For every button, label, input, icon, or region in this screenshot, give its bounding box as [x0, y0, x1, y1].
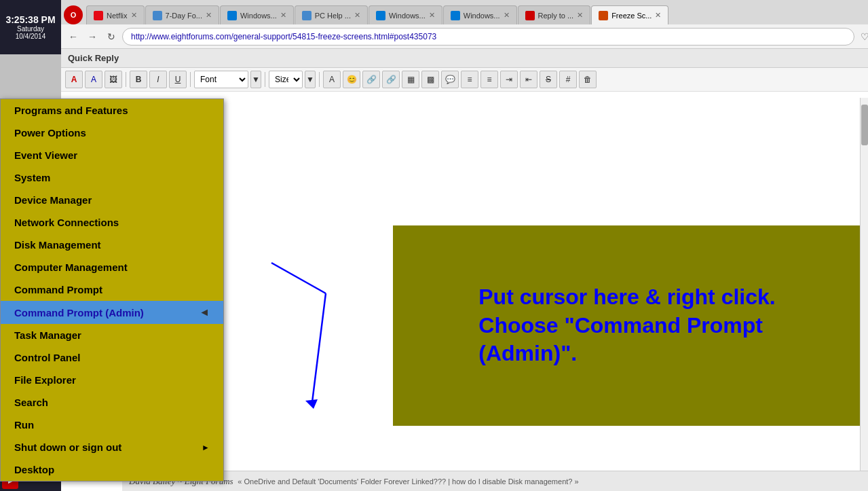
menu-item-task-label: Task Manager — [14, 329, 81, 341]
opera-logo[interactable]: O — [64, 5, 83, 24]
tab-windows2[interactable]: Windows... ✕ — [369, 5, 442, 24]
tab-pchelp[interactable]: PC Help ... ✕ — [295, 5, 368, 24]
pchelp-favicon — [302, 11, 312, 20]
menu-item-computer[interactable]: Computer Management — [1, 256, 223, 278]
menu-item-shutdown[interactable]: Shut down or sign out ► — [1, 436, 223, 458]
refresh-button[interactable]: ↻ — [103, 29, 119, 45]
size-select[interactable]: Size — [269, 71, 303, 88]
reply-favicon — [525, 11, 535, 20]
toolbar-underline[interactable]: U — [169, 71, 187, 88]
menu-item-system-label: System — [14, 172, 50, 183]
tab-windows1[interactable]: Windows... ✕ — [220, 5, 294, 24]
clock-time: 3:25:38 PM — [5, 14, 55, 25]
menu-item-run[interactable]: Run — [1, 414, 223, 436]
tab-pchelp-close[interactable]: ✕ — [354, 11, 360, 20]
toolbar-list-ol[interactable]: ≡ — [480, 71, 498, 88]
clock-day: Saturday — [17, 25, 44, 33]
menu-item-disk[interactable]: Disk Management — [1, 234, 223, 256]
toolbar-bold[interactable]: B — [130, 71, 147, 88]
tab-windows1-label: Windows... — [240, 12, 277, 20]
tab-netflix-close[interactable]: ✕ — [131, 11, 137, 20]
bottom-nav: « OneDrive and Default 'Documents' Folde… — [238, 477, 578, 486]
menu-item-desktop[interactable]: Desktop — [1, 458, 223, 481]
address-input[interactable] — [122, 28, 854, 46]
tab-freeze[interactable]: Freeze Sc... ✕ — [591, 5, 668, 24]
tab-windows3-close[interactable]: ✕ — [504, 11, 510, 20]
tab-7day-label: 7-Day Fo... — [166, 12, 202, 20]
toolbar-trash[interactable]: 🗑 — [579, 71, 597, 88]
tab-bar: O Netflix ✕ 7-Day Fo... ✕ Windows... ✕ P… — [61, 0, 868, 24]
menu-item-shutdown-label: Shut down or sign out — [14, 441, 121, 453]
tab-windows1-close[interactable]: ✕ — [280, 11, 286, 20]
menu-item-power-label: Power Options — [14, 127, 86, 139]
toolbar-unlink[interactable]: 🔗 — [382, 71, 400, 88]
tab-7day[interactable]: 7-Day Fo... ✕ — [145, 5, 219, 24]
instruction-line2: Choose "Command Prompt — [478, 313, 763, 338]
tab-netflix[interactable]: Netflix ✕ — [86, 5, 145, 24]
instruction-line1: Put cursor here & right click. — [478, 285, 775, 309]
tab-windows3[interactable]: Windows... ✕ — [443, 5, 517, 24]
menu-item-control-label: Control Panel — [14, 352, 81, 363]
toolbar-quote[interactable]: 💬 — [441, 71, 459, 88]
menu-item-cmd-label: Command Prompt — [14, 284, 102, 295]
windows1-favicon — [227, 11, 237, 20]
toolbar-italic[interactable]: I — [149, 71, 167, 88]
freeze-favicon — [599, 11, 608, 20]
menu-item-computer-label: Computer Management — [14, 261, 128, 273]
shutdown-submenu-arrow: ► — [202, 443, 210, 452]
toolbar-table[interactable]: ▦ — [402, 71, 419, 88]
tab-reply-label: Reply to ... — [538, 12, 574, 20]
tab-netflix-label: Netflix — [107, 12, 128, 20]
menu-item-search[interactable]: Search — [1, 391, 223, 414]
menu-item-cmd-admin-label: Command Prompt (Admin) — [14, 307, 144, 319]
tab-windows2-close[interactable]: ✕ — [429, 11, 435, 20]
7day-favicon — [153, 11, 162, 20]
bookmark-icon[interactable]: ♡ — [857, 29, 868, 44]
tab-reply[interactable]: Reply to ... ✕ — [518, 5, 591, 24]
menu-item-task[interactable]: Task Manager — [1, 324, 223, 346]
tab-windows2-label: Windows... — [389, 12, 426, 20]
back-button[interactable]: ← — [65, 29, 81, 45]
toolbar-link[interactable]: 🔗 — [362, 71, 380, 88]
menu-item-file[interactable]: File Explorer — [1, 369, 223, 391]
toolbar-outdent[interactable]: ⇤ — [520, 71, 537, 88]
menu-item-event[interactable]: Event Viewer — [1, 144, 223, 166]
bottom-bar: David Bailey ~ Eight Forums « OneDrive a… — [122, 471, 868, 491]
menu-item-system[interactable]: System — [1, 166, 223, 189]
toolbar-table2[interactable]: ▩ — [421, 71, 439, 88]
separator-1 — [126, 72, 126, 87]
tab-reply-close[interactable]: ✕ — [577, 11, 583, 20]
address-bar-row: ← → ↻ ♡ 🛡 🔧 ⚙ — [61, 24, 868, 49]
toolbar-indent[interactable]: ⇥ — [500, 71, 518, 88]
menu-item-disk-label: Disk Management — [14, 239, 101, 251]
forward-button[interactable]: → — [84, 29, 100, 45]
menu-item-programs[interactable]: Programs and Features — [1, 99, 223, 122]
separator-2 — [190, 72, 191, 87]
menu-item-cmd[interactable]: Command Prompt — [1, 278, 223, 301]
menu-item-control[interactable]: Control Panel — [1, 346, 223, 369]
scrollbar[interactable] — [860, 98, 868, 471]
menu-item-network[interactable]: Network Connections — [1, 211, 223, 234]
toolbar-highlight[interactable]: A — [85, 71, 102, 88]
tab-7day-close[interactable]: ✕ — [206, 11, 212, 20]
menu-item-cmd-admin[interactable]: Command Prompt (Admin) ◄ — [1, 301, 223, 324]
size-dropdown-arrow[interactable]: ▼ — [305, 71, 316, 88]
quick-reply-label: Quick Reply — [68, 53, 119, 63]
toolbar-font-color[interactable]: A — [65, 71, 83, 88]
toolbar-font-color2[interactable]: A — [323, 71, 341, 88]
toolbar-list-ul[interactable]: ≡ — [461, 71, 478, 88]
tab-freeze-close[interactable]: ✕ — [655, 11, 661, 20]
menu-item-device[interactable]: Device Manager — [1, 189, 223, 211]
toolbar-image[interactable]: 🖼 — [105, 71, 122, 88]
clock-date: 10/4/2014 — [16, 33, 46, 40]
scrollbar-thumb[interactable] — [861, 105, 868, 145]
toolbar-hash[interactable]: # — [559, 71, 577, 88]
menu-item-power[interactable]: Power Options — [1, 122, 223, 144]
font-select[interactable]: Font — [194, 71, 248, 88]
menu-item-programs-label: Programs and Features — [14, 105, 128, 116]
toolbar-strikethrough[interactable]: S — [540, 71, 557, 88]
font-dropdown-arrow[interactable]: ▼ — [250, 71, 261, 88]
menu-item-desktop-label: Desktop — [14, 464, 54, 475]
browser-icons: ♡ 🛡 🔧 ⚙ — [857, 29, 868, 44]
toolbar-emoji[interactable]: 😊 — [343, 71, 360, 88]
